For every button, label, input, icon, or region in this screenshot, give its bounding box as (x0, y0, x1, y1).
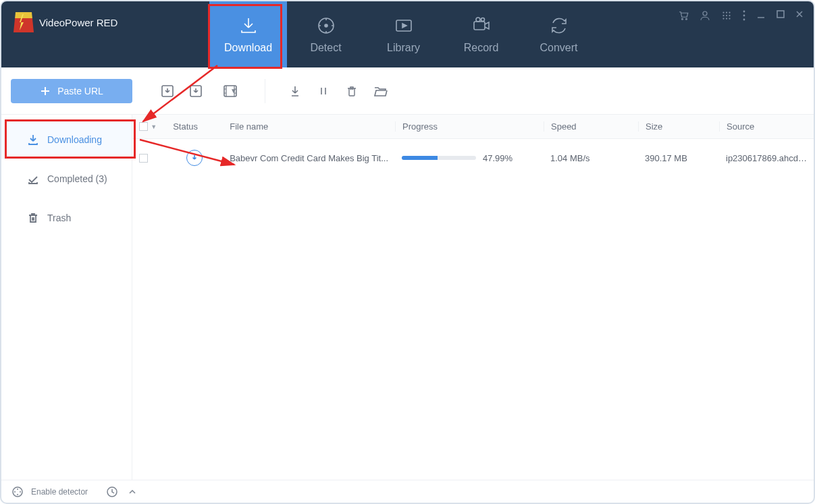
content: ▼ Status File name Progress Speed Size S… (132, 115, 814, 480)
paste-url-label: Paste URL (57, 86, 103, 96)
svg-point-4 (476, 18, 480, 22)
app-logo-icon (14, 12, 34, 32)
brand: VideoPower RED (1, 12, 204, 32)
nav-record[interactable]: Record (442, 1, 520, 67)
svg-point-17 (729, 18, 730, 19)
library-icon (393, 15, 415, 36)
history-icon[interactable] (105, 485, 119, 499)
toolbar-open-folder-button[interactable] (372, 83, 388, 99)
col-speed[interactable]: Speed (544, 121, 638, 132)
svg-point-6 (682, 18, 683, 20)
downloading-status-icon[interactable] (186, 150, 203, 166)
svg-point-7 (686, 18, 687, 20)
app-title: VideoPower RED (39, 17, 117, 28)
row-filename: Babevr Com Credit Card Makes Big Tit... (223, 153, 395, 163)
svg-point-5 (481, 18, 484, 22)
table-row[interactable]: Babevr Com Credit Card Makes Big Tit... … (132, 139, 814, 177)
more-icon[interactable] (742, 9, 746, 24)
svg-point-12 (722, 15, 724, 16)
minimize-icon[interactable] (756, 9, 766, 24)
status-bar: Enable detector (1, 480, 814, 503)
row-source: ip230617869.ahcdn.... (719, 153, 814, 163)
close-icon[interactable] (795, 9, 804, 24)
toolbar-divider (265, 79, 265, 103)
select-all-checkbox[interactable] (139, 122, 148, 131)
detect-icon (315, 15, 337, 36)
detector-toggle-icon[interactable] (11, 485, 24, 499)
sidebar-item-completed[interactable]: Completed (3) (1, 159, 132, 198)
progress-bar (402, 156, 476, 160)
col-progress[interactable]: Progress (395, 121, 544, 132)
chevron-down-icon: ▼ (230, 87, 237, 94)
table-header: ▼ Status File name Progress Speed Size S… (132, 115, 814, 139)
maximize-icon[interactable] (776, 9, 785, 24)
nav-record-label: Record (464, 42, 499, 54)
svg-point-14 (729, 15, 730, 16)
svg-rect-3 (474, 22, 485, 30)
cart-icon[interactable] (677, 9, 689, 24)
sidebar-trash-label: Trash (47, 213, 71, 223)
sidebar-downloading-label: Downloading (47, 134, 102, 145)
progress-percent: 47.99% (483, 153, 512, 163)
nav-library[interactable]: Library (365, 1, 442, 67)
chevron-down-icon[interactable]: ▼ (151, 123, 157, 130)
toolbar-start-button[interactable] (287, 83, 303, 99)
paste-url-button[interactable]: Paste URL (11, 79, 132, 103)
nav-detect[interactable]: Detect (287, 1, 365, 67)
toolbar-video-format-button[interactable]: ▼ (216, 83, 243, 99)
sidebar-item-trash[interactable]: Trash (1, 198, 132, 237)
svg-point-15 (722, 18, 724, 19)
svg-point-10 (726, 11, 727, 13)
col-filename[interactable]: File name (223, 121, 395, 132)
sidebar: Downloading Completed (3) Trash (1, 115, 132, 480)
row-speed: 1.04 MB/s (544, 153, 638, 163)
svg-point-11 (729, 11, 730, 13)
main: Downloading Completed (3) Trash ▼ Status… (1, 115, 814, 480)
row-size: 390.17 MB (638, 153, 719, 163)
col-source[interactable]: Source (719, 121, 814, 132)
svg-point-9 (722, 11, 724, 13)
toolbar-batch-download-button[interactable] (188, 83, 204, 99)
col-size[interactable]: Size (638, 121, 719, 132)
main-nav: Download Detect Library Record (209, 1, 598, 67)
svg-point-8 (703, 11, 707, 16)
download-icon (238, 15, 259, 36)
toolbar: Paste URL ▼ (1, 67, 814, 115)
user-icon[interactable] (699, 9, 711, 24)
convert-icon (548, 15, 570, 36)
title-bar: VideoPower RED Download Detect Library (1, 1, 814, 67)
nav-detect-label: Detect (310, 42, 341, 54)
sidebar-item-downloading[interactable]: Downloading (1, 120, 132, 159)
toolbar-pause-button[interactable] (315, 83, 332, 99)
row-checkbox[interactable] (139, 154, 148, 163)
nav-library-label: Library (387, 42, 420, 54)
nav-convert-label: Convert (540, 42, 577, 54)
svg-point-13 (726, 15, 727, 16)
nav-convert[interactable]: Convert (520, 1, 598, 67)
window-controls (677, 9, 804, 24)
svg-point-1 (325, 24, 327, 27)
expand-up-icon[interactable] (126, 485, 139, 499)
nav-download[interactable]: Download (209, 1, 287, 67)
toolbar-single-download-button[interactable] (159, 83, 176, 99)
svg-rect-21 (777, 11, 784, 18)
nav-download-label: Download (224, 42, 272, 54)
record-icon (471, 15, 492, 36)
svg-point-18 (743, 11, 745, 13)
sidebar-completed-label: Completed (3) (47, 173, 107, 184)
svg-point-20 (743, 19, 745, 21)
svg-point-16 (726, 18, 727, 19)
menu-grid-icon[interactable] (720, 9, 733, 24)
svg-point-19 (743, 15, 745, 17)
enable-detector-label: Enable detector (31, 487, 88, 497)
toolbar-delete-button[interactable] (344, 83, 360, 99)
col-status[interactable]: Status (166, 121, 223, 132)
